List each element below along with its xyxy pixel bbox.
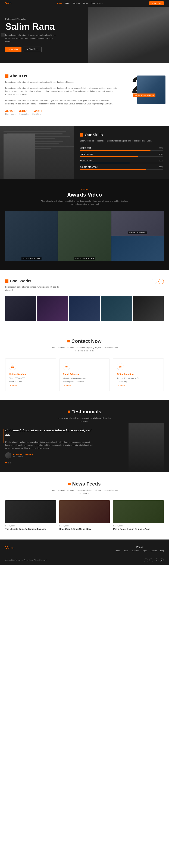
stat-short-films: 2495+ Short Films: [32, 109, 42, 115]
nav-services[interactable]: Services: [73, 2, 80, 4]
award-extra-image: [112, 237, 164, 261]
news-date-2: Dec 20, 2020: [113, 525, 164, 527]
work-item-2[interactable]: [69, 296, 100, 321]
footer-copyright: Copyright ©2020 Vom | Formally, All Righ…: [5, 559, 47, 561]
social-twitter[interactable]: t: [149, 558, 153, 562]
footer-link-home[interactable]: Home: [116, 550, 120, 552]
play-icon: [27, 48, 28, 50]
skill-pct-0: 85%: [159, 147, 163, 149]
navbar: Vom. Home About Services Pages Blog Cont…: [0, 0, 169, 7]
about-title: About Us: [10, 74, 27, 78]
nav-blog[interactable]: Blog: [91, 2, 95, 4]
skill-music-making: MUSIC MAKING 60%: [80, 160, 163, 163]
news-card-1[interactable]: Dec 18, 2020 Once Upon A Time: Using Sto…: [59, 500, 110, 531]
hero-background-image: [88, 7, 169, 63]
footer-link-about[interactable]: About: [124, 550, 128, 552]
award-music-label: Music Production: [74, 257, 95, 260]
works-prev-button[interactable]: ‹: [152, 279, 157, 284]
cool-works-section: Cool Works Lorem ipsum dolor sit amet, c…: [0, 270, 169, 330]
testimonials-title: Testimonials: [72, 409, 101, 414]
work-item-0[interactable]: [5, 296, 36, 321]
testimonial-content: But I must dolor sit amet, consectetur a…: [5, 428, 93, 463]
about-stats: 4615+ Happy Users 4307+ Music Video 2495…: [5, 109, 118, 115]
award-music-image: [58, 211, 111, 261]
contact-description: Lorem ipsum dolor sit amet, consectetur …: [49, 346, 120, 352]
footer-link-services[interactable]: Services: [132, 550, 138, 552]
contact-card-email: ✉ Email Address infomation@yourdomain.co…: [59, 359, 110, 391]
footer-link-contact[interactable]: Contact: [151, 550, 157, 552]
news-card-2[interactable]: Dec 20, 2020 Movie Poster Design To Insp…: [113, 500, 164, 531]
work-item-3[interactable]: [101, 296, 132, 321]
navbar-links: Home About Services Pages Blog Contact: [57, 2, 104, 4]
skill-sound-strategy: SOUND STRATEGY 80%: [80, 166, 163, 170]
news-header: News Feeds: [5, 481, 164, 487]
about-text-1: Lorem ipsum dolor sit amet, consectetur …: [5, 81, 118, 84]
contact-email-link[interactable]: Click Here: [63, 384, 71, 386]
testimonial-text: Ut enim ad minim veniam, quis nostrud ex…: [5, 441, 93, 450]
news-card-0[interactable]: Dec 15, 2020 The Ultimate Guide To Build…: [5, 500, 56, 531]
contact-card-location: ◎ Office Location Address: King George V…: [113, 359, 164, 391]
navbar-cta-button[interactable]: Start Video: [149, 1, 164, 5]
award-card-film[interactable]: Film Production: [5, 211, 57, 261]
footer-link-pages[interactable]: Pages: [142, 550, 147, 552]
section-bar-icon: [5, 74, 8, 78]
hero-buttons: Learn More Play Video: [5, 46, 58, 52]
testimonial-dot-1[interactable]: [8, 462, 9, 463]
testimonial-dot-2[interactable]: [10, 462, 11, 463]
work-item-4[interactable]: [133, 296, 164, 321]
works-grid: [5, 296, 164, 321]
testimonials-bar-icon: [68, 410, 70, 413]
hero-section: ‹ Professional Film Maker Salim Rana Lor…: [0, 7, 169, 63]
cool-works-header: Cool Works Lorem ipsum dolor sit amet, c…: [5, 279, 164, 291]
hero-prev-arrow[interactable]: ‹: [1, 33, 5, 36]
social-linkedin[interactable]: in: [155, 558, 159, 562]
contact-phone-link[interactable]: Click Here: [9, 384, 17, 386]
skill-name-0: VIDEO EDIT: [80, 147, 91, 149]
about-text-2: Lorem ipsum dolor sit amet, consectetur …: [5, 87, 118, 96]
hero-description: Lorem ipsum dolor sit amet, consectetur …: [5, 34, 58, 43]
testimonials-section: Testimonials Lorem ipsum dolor sit amet,…: [0, 400, 169, 472]
skill-name-2: MUSIC MAKING: [80, 160, 94, 162]
testimonial-dot-0[interactable]: [5, 462, 7, 463]
contact-location-link[interactable]: Click Here: [117, 384, 125, 386]
skills-bar-icon: [80, 133, 83, 136]
award-card-extra[interactable]: [112, 237, 164, 261]
awards-description: After a long time, I'm happy to publish …: [41, 199, 128, 206]
stat-happy-number: 4615+: [5, 109, 15, 113]
works-next-button[interactable]: ›: [159, 279, 164, 284]
news-title: News Feeds: [72, 481, 101, 487]
news-title-0: The Ultimate Guide To Building Scalable: [5, 528, 56, 531]
work-image-2: [69, 296, 100, 321]
about-content: About Us Lorem ipsum dolor sit amet, con…: [5, 74, 118, 115]
footer-social: f t in g+: [144, 558, 164, 562]
cool-works-bar-icon: [5, 279, 8, 283]
footer-link-blog[interactable]: Blog: [160, 550, 164, 552]
work-item-1[interactable]: [37, 296, 68, 321]
awards-grid: Film Production Music Production Light A…: [5, 211, 164, 261]
stat-music-number: 4307+: [19, 109, 29, 113]
social-facebook[interactable]: f: [144, 558, 148, 562]
footer-links: Home About Services Pages Contact Blog: [116, 550, 164, 552]
testimonials-header: Testimonials Lorem ipsum dolor sit amet,…: [5, 409, 164, 423]
skill-bar-2: [80, 163, 130, 163]
cool-works-title-area: Cool Works Lorem ipsum dolor sit amet, c…: [5, 279, 61, 291]
play-video-button[interactable]: Play Video: [23, 46, 41, 52]
award-card-music[interactable]: Music Production: [58, 211, 111, 261]
social-googleplus[interactable]: g+: [160, 558, 164, 562]
nav-pages[interactable]: Pages: [83, 2, 88, 4]
learn-more-button[interactable]: Learn More: [5, 46, 22, 52]
footer-top: Vom. Pages Home About Services Pages Con…: [5, 546, 164, 552]
footer: Vom. Pages Home About Services Pages Con…: [0, 539, 169, 565]
hero-subtitle: Professional Film Maker: [5, 18, 58, 20]
testimonial-indicator: [3, 429, 4, 443]
award-card-light[interactable]: Light Animation: [112, 211, 164, 236]
nav-about[interactable]: About: [65, 2, 70, 4]
stat-music-video: 4307+ Music Video: [19, 109, 29, 115]
work-image-3: [101, 296, 132, 321]
awards-section: Awards Awards Video After a long time, I…: [0, 179, 169, 270]
cool-works-label: Cool Works: [5, 279, 61, 283]
award-film-label: Film Production: [21, 257, 42, 260]
contact-section: Contact Now Lorem ipsum dolor sit amet, …: [0, 330, 169, 400]
nav-home[interactable]: Home: [57, 2, 62, 4]
nav-contact[interactable]: Contact: [97, 2, 104, 4]
